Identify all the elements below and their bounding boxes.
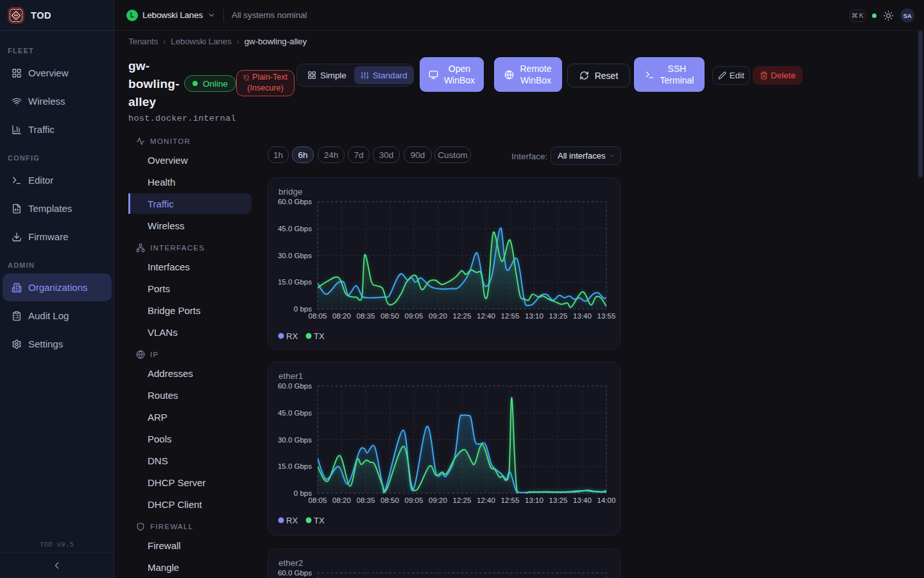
- svg-text:08:20: 08:20: [332, 496, 351, 504]
- svg-text:12:40: 12:40: [477, 496, 495, 504]
- svg-text:13:55: 13:55: [597, 312, 616, 320]
- svg-text:12:40: 12:40: [477, 312, 495, 320]
- svg-text:08:50: 08:50: [381, 496, 399, 504]
- svg-text:TX: TX: [314, 331, 325, 341]
- svg-text:09:05: 09:05: [405, 496, 424, 504]
- svg-text:60.0 Gbps: 60.0 Gbps: [278, 198, 312, 206]
- svg-text:09:20: 09:20: [429, 312, 447, 320]
- svg-text:08:35: 08:35: [357, 496, 375, 504]
- svg-text:30.0 Gbps: 30.0 Gbps: [278, 436, 312, 444]
- svg-text:15.0 Gbps: 15.0 Gbps: [278, 278, 312, 286]
- svg-text:14:00: 14:00: [597, 496, 616, 504]
- svg-text:12:55: 12:55: [501, 496, 520, 504]
- svg-text:12:55: 12:55: [501, 312, 520, 320]
- svg-text:RX: RX: [286, 331, 298, 341]
- svg-text:13:10: 13:10: [525, 312, 543, 320]
- svg-text:09:05: 09:05: [405, 312, 424, 320]
- svg-text:45.0 Gbps: 45.0 Gbps: [278, 225, 312, 232]
- svg-text:13:10: 13:10: [525, 496, 543, 504]
- svg-text:bridge: bridge: [278, 187, 303, 197]
- svg-text:13:25: 13:25: [549, 312, 568, 320]
- svg-text:15.0 Gbps: 15.0 Gbps: [278, 462, 312, 470]
- svg-text:ether2: ether2: [278, 558, 303, 568]
- svg-text:45.0 Gbps: 45.0 Gbps: [278, 409, 312, 417]
- svg-text:TX: TX: [314, 516, 325, 525]
- svg-text:13:25: 13:25: [549, 496, 568, 504]
- svg-text:08:20: 08:20: [332, 312, 351, 320]
- svg-text:08:50: 08:50: [381, 312, 399, 320]
- svg-text:13:40: 13:40: [573, 496, 592, 504]
- svg-text:08:05: 08:05: [309, 312, 327, 320]
- svg-text:30.0 Gbps: 30.0 Gbps: [278, 252, 312, 259]
- svg-text:08:35: 08:35: [357, 312, 375, 320]
- svg-text:ether1: ether1: [278, 371, 303, 381]
- svg-text:13:40: 13:40: [573, 312, 592, 320]
- svg-text:60.0 Gbps: 60.0 Gbps: [278, 382, 312, 390]
- svg-text:RX: RX: [286, 516, 298, 525]
- svg-text:08:05: 08:05: [309, 496, 327, 504]
- svg-text:09:20: 09:20: [429, 496, 447, 504]
- svg-text:12:25: 12:25: [453, 312, 472, 320]
- svg-text:12:25: 12:25: [453, 496, 472, 504]
- svg-text:60.0 Gbps: 60.0 Gbps: [278, 569, 312, 577]
